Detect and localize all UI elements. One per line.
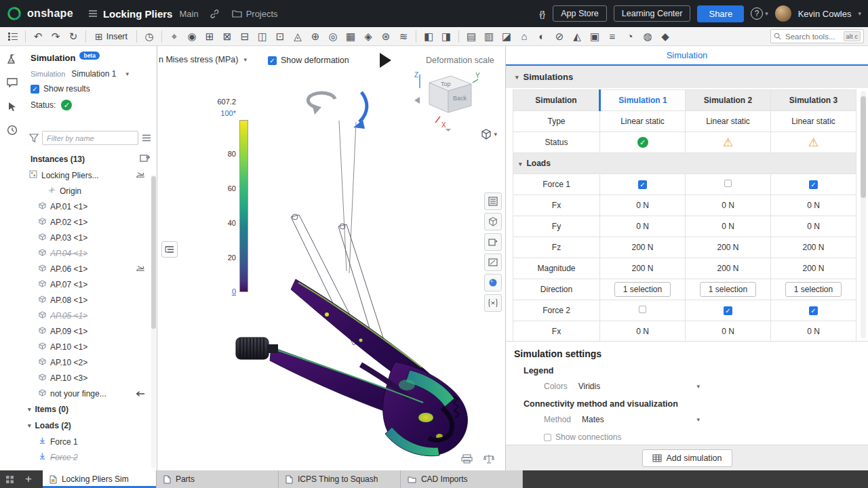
app-store-button[interactable]: App Store [553,5,607,22]
sim-cell[interactable]: ✓ [600,174,686,195]
mesh-icon[interactable]: ▣ [586,28,604,45]
simulation-column-header[interactable]: Simulation 3 [771,90,856,111]
tab-manager-icon[interactable] [5,470,14,488]
drawing-view-button[interactable] [484,253,502,271]
bom-icon[interactable]: ▤ [462,28,480,45]
sim-cell[interactable]: ✓ [771,174,856,195]
history-icon[interactable] [6,124,18,136]
user-name[interactable]: Kevin Cowles [798,9,852,19]
instance-row[interactable]: AP.09 <1> [24,323,157,339]
instances-header[interactable]: Instances (13) [24,145,157,167]
follow-mode-icon[interactable] [6,100,18,113]
sim-cell[interactable]: 0 N [686,216,771,237]
loads-section[interactable]: ▾ Loads (2) [24,418,157,434]
document-menu-icon[interactable] [88,9,98,18]
simulation-studies-icon[interactable] [6,53,18,65]
items-section[interactable]: ▾ Items (0) [24,401,157,418]
scale-icon[interactable] [484,454,494,464]
load-enabled-checkbox[interactable]: ✓ [809,180,818,189]
relation-icon[interactable]: ⊟ [236,28,254,45]
mate-connector-button[interactable] [484,294,502,312]
load-enabled-checkbox[interactable]: ✓ [638,180,647,189]
instance-row[interactable]: Locking Pliers... [24,167,157,183]
sim-cell[interactable]: 0 N [686,321,771,342]
instance-row[interactable]: AP.10 <2> [24,354,157,370]
parts-list-button[interactable] [484,192,502,210]
undo-icon[interactable]: ↶ [29,28,47,45]
sim-cell[interactable]: ✓ [686,300,771,321]
circular-pattern-icon[interactable]: ◈ [359,28,377,45]
measure-icon[interactable]: ⌂ [515,28,533,45]
left-panel-scrollbar[interactable] [151,175,156,468]
loads-icon[interactable]: ⊘ [551,28,568,45]
view-cube[interactable]: Top Back Z Y X [413,69,481,134]
sim-cell[interactable]: 1 selection [686,279,771,300]
sim-cell[interactable]: 1 selection [600,279,686,300]
instance-row[interactable]: not your finge... [24,386,157,401]
group-icon[interactable]: ⊞ [201,28,218,45]
structure-icon[interactable]: ▥ [480,28,498,45]
interference-icon[interactable]: ◪ [498,28,515,45]
avatar[interactable] [775,5,791,22]
method-select-row[interactable]: Method Mates ▾ [544,415,700,424]
instance-row[interactable]: Origin [24,183,157,199]
update-icon[interactable]: ↻ [64,28,82,45]
sim-cell[interactable]: Linear static [771,111,856,132]
sim-cell[interactable] [600,300,686,321]
instance-row[interactable]: AP.03 <1> [24,230,157,245]
filter-icon[interactable] [29,134,39,142]
direction-selection-button[interactable]: 1 selection [614,282,671,297]
add-simulation-button[interactable]: Add simulation [642,449,732,467]
printer-icon[interactable] [461,454,473,464]
instance-row[interactable]: AP.08 <1> [24,292,157,308]
sim-cell[interactable]: 0 N [771,195,856,216]
feature-list-icon[interactable] [4,28,22,45]
play-animation-button[interactable] [380,53,391,68]
sim-cell[interactable]: 200 N [600,237,686,258]
comments-icon[interactable] [6,77,18,89]
workspace-name[interactable]: Main [179,9,198,19]
sim-cell[interactable]: Linear static [686,111,771,132]
sim-cell[interactable]: 0 N [686,195,771,216]
load-enabled-checkbox[interactable] [639,306,646,313]
instance-row[interactable]: AP.10 <1> [24,339,157,354]
view-cube-button[interactable] [484,213,502,230]
help-menu[interactable]: ? ▾ [751,7,768,20]
instance-row[interactable]: AP.10 <3> [24,370,157,386]
show-results-checkbox[interactable]: ✓ [31,85,39,94]
simulation-column-header[interactable]: Simulation 1 [600,90,686,111]
instance-row[interactable]: AP.04 <1> [24,245,157,261]
triad-icon[interactable]: ◬ [289,28,307,45]
sim-cell[interactable]: 0 N [600,195,686,216]
load-row[interactable]: Force 2 [24,449,157,465]
snap-mode-icon[interactable]: ◫ [254,28,271,45]
gravity-icon[interactable]: ◭ [568,28,586,45]
linear-pattern-icon[interactable]: ▦ [342,28,359,45]
share-button[interactable]: Share [697,5,744,22]
material-icon[interactable]: ≡ [604,28,621,45]
simulation-select[interactable]: Simulation 1 ▾ [71,69,129,79]
load-enabled-checkbox[interactable] [724,180,732,187]
probe-icon[interactable]: ◍ [639,28,656,45]
explode-icon[interactable]: ≋ [395,28,412,45]
instance-row[interactable]: AP.01 <1> [24,199,157,214]
load-row[interactable]: Force 1 [24,434,157,449]
show-deformation-checkbox[interactable]: ✓ [268,56,277,65]
history-icon[interactable]: ◷ [140,28,158,45]
tool-search[interactable]: alt c [770,29,864,43]
document-tab[interactable]: ICPS Thing to Squash [279,470,401,488]
instance-row[interactable]: AP.02 <1> [24,214,157,230]
table-scrollbar[interactable] [861,91,866,338]
fasten-icon[interactable]: ⊠ [218,28,236,45]
insert-button[interactable]: ⊞ Insert [90,29,133,44]
load-enabled-checkbox[interactable]: ✓ [724,306,732,315]
replicate-icon[interactable]: ⊛ [377,28,395,45]
direction-selection-button[interactable]: 1 selection [700,282,756,297]
learning-center-button[interactable]: Learning Center [614,5,691,22]
legend-upper-limit[interactable]: 100* [205,109,236,117]
sim-cell[interactable]: 0 N [771,321,856,342]
feature-script-icon[interactable]: {∕} [539,9,545,19]
loads-section-row[interactable]: ▾Loads [513,153,856,174]
legend-lower-limit[interactable]: 0 [202,287,236,296]
colors-select-row[interactable]: Colors Viridis ▾ [544,382,700,391]
